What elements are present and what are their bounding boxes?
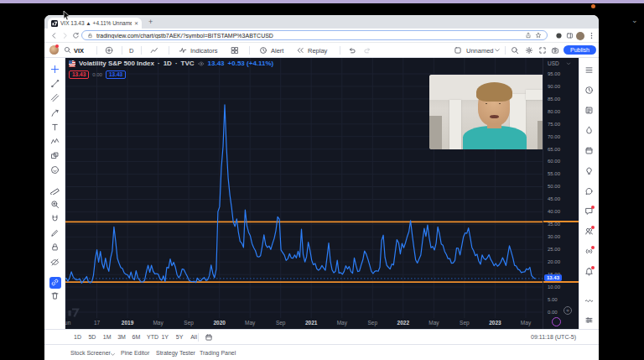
trash-tool-icon[interactable] (50, 291, 60, 300)
person-shirt (463, 126, 527, 149)
price-change: +0.53 (+4.11%) (228, 60, 274, 67)
alert-clock-icon[interactable] (259, 46, 267, 55)
text-tool-icon[interactable] (50, 123, 60, 132)
shapes-tool-icon[interactable] (50, 151, 60, 160)
axis-currency-chevron-icon[interactable] (566, 61, 571, 66)
minds-icon[interactable] (584, 186, 594, 196)
axis-currency[interactable]: USD (548, 60, 559, 66)
close-tab-icon[interactable]: ✕ (134, 20, 138, 26)
indicators-icon[interactable] (179, 46, 187, 55)
fullscreen-icon[interactable] (538, 46, 547, 55)
settings-gear-icon[interactable] (525, 46, 533, 55)
legend-interval[interactable]: 1D (164, 60, 172, 67)
replay-button[interactable]: Replay (308, 47, 327, 55)
price-axis[interactable]: USD 0.005.0010.0015.0020.0025.0030.0035.… (543, 58, 579, 329)
draw-tool-icon[interactable] (50, 228, 60, 237)
range-5y[interactable]: 5Y (176, 334, 184, 340)
browser-tab[interactable]: VIX 13.43 ▲ +4.11% Unnamed ✕ (48, 18, 142, 29)
crosshair-tool-icon[interactable] (50, 65, 60, 74)
quick-search-icon[interactable] (511, 46, 519, 55)
layout-name[interactable]: Unnamed (466, 47, 494, 55)
go-to-date-icon[interactable] (205, 333, 213, 342)
lock-icon (87, 33, 93, 39)
sliders-icon[interactable] (584, 316, 594, 325)
bid-price[interactable]: 13.43 (69, 70, 89, 79)
chart-type-icon[interactable] (150, 46, 158, 55)
new-tab-button[interactable]: + (148, 18, 153, 26)
measure-tool-icon[interactable] (50, 185, 60, 195)
side-panel-icon[interactable] (566, 32, 574, 39)
range-1m[interactable]: 1M (103, 334, 112, 340)
bookmark-star-icon[interactable] (535, 32, 542, 39)
ask-price[interactable]: 13.43 (106, 70, 126, 79)
share-icon[interactable] (525, 32, 532, 39)
zoom-in-tool-icon[interactable] (50, 200, 60, 209)
range-all[interactable]: All (190, 334, 197, 340)
lock-tool-icon[interactable] (50, 243, 60, 252)
layout-grid-icon[interactable] (231, 46, 239, 55)
interval-button[interactable]: D (129, 47, 133, 55)
alerts-clock-icon[interactable] (584, 86, 594, 95)
watchlist-icon[interactable] (584, 65, 594, 75)
symbol-search-icon[interactable] (64, 46, 71, 54)
indicators-button[interactable]: Indicators (190, 47, 218, 55)
price-tick-label: 30.00 (548, 234, 560, 239)
forward-icon[interactable] (61, 32, 69, 39)
emoji-tool-icon[interactable] (50, 165, 60, 175)
xabcd-pattern-tool-icon[interactable] (50, 137, 60, 146)
range-3m[interactable]: 3M (117, 334, 126, 340)
extension-icon[interactable] (555, 32, 563, 39)
browser-avatar[interactable] (576, 32, 584, 40)
range-1d[interactable]: 1D (74, 334, 81, 340)
url-text[interactable]: tradingview.com/chart/gstb7AEK/?symbol=B… (96, 33, 522, 39)
range-ytd[interactable]: YTD (147, 334, 158, 340)
hotlists-icon[interactable] (584, 126, 594, 135)
snapshot-camera-icon[interactable] (551, 46, 559, 55)
clock-timezone[interactable]: 09:11:18 (UTC-5) (531, 334, 576, 340)
reload-icon[interactable] (72, 32, 80, 39)
range-1y[interactable]: 1Y (161, 334, 169, 340)
browser-menu-icon[interactable] (588, 32, 595, 39)
svg-text:2019: 2019 (122, 320, 134, 326)
price-tick-label: 5.00 (548, 297, 558, 302)
footer-pine-editor[interactable]: Pine Editor (121, 350, 149, 356)
symbol-title[interactable]: Volatility S&P 500 Index (79, 60, 154, 67)
compare-add-icon[interactable] (105, 46, 113, 55)
news-icon[interactable] (584, 106, 594, 115)
axis-settings-icon[interactable]: ∗ (564, 306, 572, 315)
price-tick-label: 20.00 (548, 259, 560, 264)
trend-line-tool-icon[interactable] (50, 79, 60, 88)
chart-legend[interactable]: Volatility S&P 500 Index · 1D · TVC 13.4… (69, 60, 273, 67)
legend-more-icon[interactable] (198, 60, 205, 67)
range-6m[interactable]: 6M (132, 334, 141, 340)
magnet-tool-icon[interactable] (50, 214, 60, 223)
footer-stock-screener[interactable]: Stock Screener (70, 350, 111, 356)
footer-strategy-tester[interactable]: Strategy Tester (156, 350, 195, 356)
alert-button[interactable]: Alert (271, 47, 283, 55)
fib-retracement-tool-icon[interactable] (50, 93, 60, 102)
ideas-bulb-icon[interactable] (584, 166, 594, 175)
save-layout-icon[interactable] (454, 46, 462, 55)
back-icon[interactable] (50, 32, 58, 39)
link-tool-icon[interactable] (49, 277, 61, 289)
symbol-name[interactable]: VIX (74, 47, 84, 55)
range-5d[interactable]: 5D (88, 334, 96, 340)
calendar-icon[interactable] (584, 146, 594, 155)
replay-icon[interactable] (296, 46, 304, 55)
wave-icon[interactable] (584, 295, 594, 305)
recording-dot (591, 4, 595, 8)
publish-button[interactable]: Publish (564, 45, 596, 55)
layout-chevron-icon[interactable] (494, 47, 501, 54)
marker-circle[interactable] (552, 317, 561, 326)
pitchfork-tool-icon[interactable] (50, 108, 60, 117)
screener-chevron-icon[interactable] (110, 352, 116, 357)
hide-tool-icon[interactable] (50, 258, 60, 267)
legend-exchange[interactable]: TVC (181, 60, 195, 67)
chevron-down-icon[interactable]: ⌄ (631, 16, 638, 24)
redo-icon[interactable] (363, 46, 371, 55)
footer-trading-panel[interactable]: Trading Panel (200, 350, 236, 356)
browser-tab-strip: VIX 13.43 ▲ +4.11% Unnamed ✕ + (44, 15, 599, 29)
toolbar-divider (141, 46, 142, 55)
undo-icon[interactable] (348, 46, 356, 55)
url-bar[interactable]: tradingview.com/chart/gstb7AEK/?symbol=B… (81, 30, 548, 40)
